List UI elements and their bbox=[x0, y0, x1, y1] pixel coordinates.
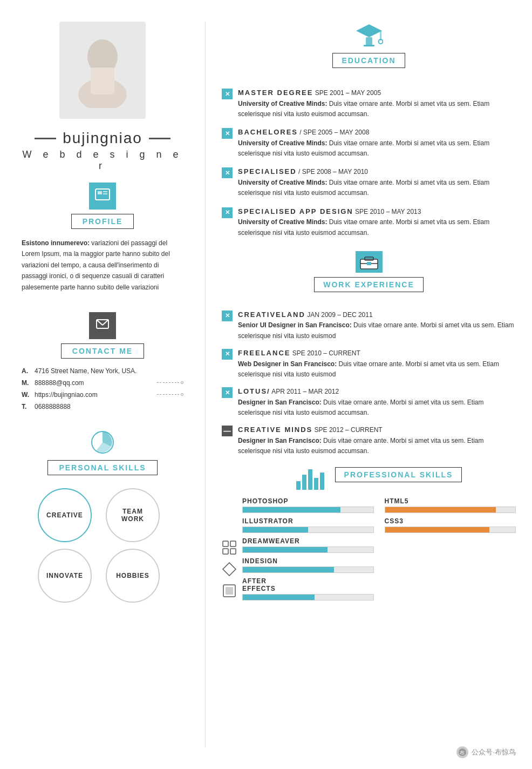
education-section: EDUCATION bbox=[222, 22, 516, 77]
edu-title-1: MASTER DEGREE bbox=[238, 89, 313, 97]
work-bullet-3: ✕ bbox=[222, 387, 233, 398]
work-date-2: SPE 2010 – CURRENT bbox=[290, 349, 360, 357]
right-column: EDUCATION ✕ MASTER DEGREE SPE 2001 – MAY… bbox=[222, 22, 516, 747]
edu-uni-4: University of Creative Minds: Duis vitae… bbox=[238, 217, 516, 238]
name-line-right bbox=[149, 138, 170, 139]
svg-line-9 bbox=[103, 320, 108, 325]
profile-text: Esistono innumerevo: variazioni dei pass… bbox=[16, 238, 189, 293]
table-grid-icon bbox=[222, 540, 237, 557]
edu-uni-3: University of Creative Minds: Duis vitae… bbox=[238, 178, 516, 198]
checkbox-icon bbox=[222, 583, 237, 601]
skills-grid: PHOTOSHOP HTML5 ILLUSTRATOR bbox=[242, 497, 516, 601]
skill-illustrator: ILLUSTRATOR bbox=[242, 517, 374, 533]
watermark-text: 公众号·布惊鸟 bbox=[472, 747, 516, 757]
person-title: W e b d e s i g n e r bbox=[16, 149, 189, 172]
personal-skills-label: PERSONAL SKILLS bbox=[47, 460, 157, 475]
pie-chart-icon bbox=[89, 429, 116, 456]
address-label: A. bbox=[22, 367, 30, 375]
contact-address-row: A. 4716 Street Name, New York, USA. bbox=[22, 367, 183, 375]
skill-innovate: INNOVATE bbox=[38, 549, 92, 603]
skill-after-effects: AFTEREFFECTS bbox=[242, 577, 374, 601]
edu-title-4: SPECIALISED APP DESIGN bbox=[238, 207, 353, 215]
edu-date-4: SPE 2010 – MAY 2013 bbox=[353, 208, 421, 215]
svg-text:布: 布 bbox=[460, 750, 465, 755]
contact-section: CONTACT ME A. 4716 Street Name, New York… bbox=[16, 312, 189, 415]
edu-bullet-2: ✕ bbox=[222, 128, 233, 139]
education-label: EDUCATION bbox=[332, 53, 405, 68]
profile-section: PROFILE Esistono innumerevo: variazioni … bbox=[16, 183, 189, 293]
work-desc-3: Designer in San Francisco: Duis vitae or… bbox=[238, 397, 516, 418]
svg-rect-23 bbox=[223, 549, 228, 554]
skill-name-css3: CSS3 bbox=[385, 517, 516, 525]
svg-marker-11 bbox=[356, 24, 382, 37]
work-date-1: JAN 2009 – DEC 2011 bbox=[305, 311, 373, 319]
website-label: W. bbox=[22, 391, 30, 399]
address-value: 4716 Street Name, New York, USA. bbox=[35, 367, 183, 375]
watermark-icon: 布 bbox=[456, 746, 468, 758]
edu-bullet-4: ✕ bbox=[222, 207, 233, 218]
svg-rect-20 bbox=[367, 262, 371, 265]
contact-info: A. 4716 Street Name, New York, USA. M. 8… bbox=[16, 367, 189, 415]
bar-chart-icon bbox=[296, 468, 324, 490]
skill-bar-indesign bbox=[242, 566, 374, 573]
work-date-3: APR 2011 – MAR 2012 bbox=[270, 388, 339, 395]
name-section: bujingniao W e b d e s i g n e r bbox=[16, 130, 189, 172]
svg-rect-5 bbox=[103, 191, 107, 192]
personal-skills-section: PERSONAL SKILLS CREATIVE TEAMWORK INNOVA… bbox=[16, 429, 189, 603]
svg-rect-13 bbox=[364, 45, 374, 46]
svg-rect-21 bbox=[223, 541, 228, 547]
prof-skills-section: PROFESSIONAL SKILLS PHOTOSHOP HTML5 bbox=[242, 467, 516, 601]
edu-date-3: / SPE 2008 – MAY 2010 bbox=[297, 168, 368, 176]
skill-indesign: INDESIGN bbox=[242, 557, 374, 573]
skill-bar-illustrator bbox=[242, 527, 374, 533]
skill-bar-css3 bbox=[385, 527, 516, 533]
phone-label: T. bbox=[22, 403, 30, 410]
work-items: ✕ CREATIVELAND JAN 2009 – DEC 2011 Senio… bbox=[222, 309, 516, 463]
edu-uni-2: University of Creative Minds: Duis vitae… bbox=[238, 138, 516, 159]
work-bullet-2: ✕ bbox=[222, 349, 233, 360]
work-date-4: SPE 2012 – CURRENT bbox=[312, 426, 382, 434]
edu-date-2: / SPE 2005 – MAY 2008 bbox=[298, 129, 369, 136]
work-item-4: — CREATIVE MINDS SPE 2012 – CURRENT Desi… bbox=[222, 424, 516, 456]
contact-email-row: M. 888888@qq.com bbox=[22, 379, 183, 387]
edu-bullet-3: ✕ bbox=[222, 167, 233, 178]
skills-circles-grid: CREATIVE TEAMWORK INNOVATE HOBBIES bbox=[38, 488, 167, 603]
svg-rect-6 bbox=[103, 193, 107, 194]
skill-bar-photoshop bbox=[242, 507, 374, 513]
phone-value: 0688888888 bbox=[35, 403, 183, 410]
bottom-icons-row: PROFESSIONAL SKILLS PHOTOSHOP HTML5 bbox=[222, 467, 516, 601]
work-title-2: FREELANCE bbox=[238, 349, 290, 357]
svg-rect-12 bbox=[366, 37, 372, 45]
skill-photoshop: PHOTOSHOP bbox=[242, 497, 374, 513]
svg-rect-2 bbox=[91, 68, 114, 95]
education-items: ✕ MASTER DEGREE SPE 2001 – MAY 2005 Univ… bbox=[222, 87, 516, 246]
name-line-left bbox=[35, 138, 56, 139]
profile-photo bbox=[59, 22, 146, 119]
edu-bullet-1: ✕ bbox=[222, 89, 233, 99]
edu-date-1: SPE 2001 – MAY 2005 bbox=[313, 89, 381, 97]
contact-phone-row: T. 0688888888 bbox=[22, 403, 183, 410]
edu-item-1: ✕ MASTER DEGREE SPE 2001 – MAY 2005 Univ… bbox=[222, 87, 516, 119]
work-title-1: CREATIVELAND bbox=[238, 311, 305, 319]
work-item-1: ✕ CREATIVELAND JAN 2009 – DEC 2011 Senio… bbox=[222, 309, 516, 341]
work-title-3: LOTUS/ bbox=[238, 387, 270, 395]
column-divider bbox=[205, 22, 206, 747]
svg-rect-3 bbox=[96, 189, 110, 200]
work-label: WORK EXPERIENCE bbox=[314, 277, 423, 292]
skill-bar-dreamweaver bbox=[242, 547, 374, 553]
work-section: WORK EXPERIENCE bbox=[222, 251, 516, 301]
edu-item-4: ✕ SPECIALISED APP DESIGN SPE 2010 – MAY … bbox=[222, 206, 516, 238]
work-bullet-1: ✕ bbox=[222, 311, 233, 321]
prof-skills-label: PROFESSIONAL SKILLS bbox=[335, 467, 462, 482]
svg-marker-25 bbox=[223, 563, 236, 576]
skill-teamwork: TEAMWORK bbox=[106, 488, 160, 542]
work-item-3: ✕ LOTUS/ APR 2011 – MAR 2012 Designer in… bbox=[222, 386, 516, 418]
profile-icon-box bbox=[89, 183, 116, 210]
diamond-shape-icon bbox=[222, 562, 237, 579]
work-title-4: CREATIVE MINDS bbox=[238, 426, 312, 434]
email-label: M. bbox=[22, 379, 30, 387]
edu-title-3: SPECIALISED bbox=[238, 167, 297, 176]
skill-hobbies: HOBBIES bbox=[106, 549, 160, 603]
svg-rect-27 bbox=[226, 587, 233, 595]
contact-icon-box bbox=[89, 312, 116, 339]
